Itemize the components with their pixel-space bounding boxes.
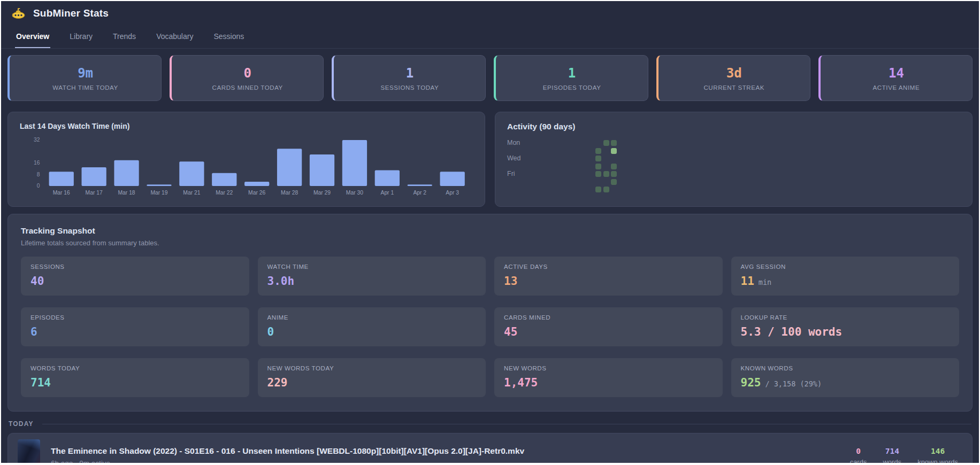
tab-sessions[interactable]: Sessions — [212, 27, 245, 48]
today-divider — [42, 424, 971, 424]
x-axis-label: Mar 18 — [118, 190, 135, 196]
stat-card-label: WATCH TIME TODAY — [52, 84, 118, 91]
stat-card: 9mWATCH TIME TODAY — [7, 55, 162, 101]
chart-bar — [81, 167, 106, 186]
heatmap-row-label: Wed — [507, 155, 520, 161]
y-axis-tick: 32 — [34, 137, 40, 143]
episode-text: The Eminence in Shadow (2022) - S01E16 -… — [51, 446, 839, 463]
x-axis-label: Mar 26 — [248, 190, 265, 196]
tab-trends[interactable]: Trends — [112, 27, 137, 48]
y-axis-tick: 0 — [37, 183, 40, 189]
chart-bar — [440, 172, 465, 186]
chart-bar — [147, 184, 171, 186]
snapshot-tile: SESSIONS40 — [21, 257, 249, 296]
stat-card: 1EPISODES TODAY — [494, 55, 648, 101]
stat-card-value: 9m — [78, 66, 93, 81]
main-content: 9mWATCH TIME TODAY0CARDS MINED TODAY1SES… — [1, 49, 979, 463]
chart-bar — [375, 170, 400, 186]
heatmap-cell — [611, 179, 617, 185]
snapshot-title: Tracking Snapshot — [21, 226, 959, 236]
tab-bar: Overview Library Trends Vocabulary Sessi… — [1, 27, 979, 49]
today-episode-row[interactable]: The Eminence in Shadow (2022) - S01E16 -… — [7, 433, 973, 463]
heatmap-cell — [603, 171, 609, 177]
snapshot-tile-value: 925 — [741, 376, 761, 389]
heatmap-cell — [611, 164, 617, 169]
heatmap-cell — [595, 156, 601, 161]
x-axis-label: Mar 28 — [281, 190, 298, 196]
snapshot-subtitle: Lifetime totals sourced from summary tab… — [21, 239, 959, 247]
activity-title: Activity (90 days) — [507, 122, 960, 131]
snapshot-tile: ACTIVE DAYS13 — [494, 257, 723, 296]
tab-overview[interactable]: Overview — [15, 27, 50, 48]
stat-card-value: 3d — [726, 66, 742, 81]
activity-heatmap: MonWedFri — [507, 140, 960, 196]
chart-bar — [342, 140, 367, 186]
stat-card: 0CARDS MINED TODAY — [170, 55, 324, 101]
episode-mini-stat-label: cards — [850, 458, 867, 463]
chart-bar — [212, 173, 236, 186]
snapshot-tile-value: 11 — [741, 275, 754, 288]
heatmap-row-label: Mon — [507, 140, 520, 146]
panels-row: Last 14 Days Watch Time (min) 081632Mar … — [7, 112, 973, 207]
tab-vocabulary[interactable]: Vocabulary — [155, 27, 194, 48]
y-axis-tick: 16 — [34, 160, 40, 166]
episode-mini-stat-label: known words — [917, 458, 958, 463]
chart-bar — [244, 182, 269, 186]
heatmap-cell — [595, 164, 601, 169]
snapshot-tile-label: ACTIVE DAYS — [504, 264, 713, 270]
snapshot-tile: ANIME0 — [258, 307, 486, 346]
stat-card-value: 0 — [244, 66, 251, 81]
episode-mini-stat-value: 714 — [885, 447, 899, 455]
stat-card: 14ACTIVE ANIME — [818, 55, 973, 101]
snapshot-tile-label: WORDS TODAY — [30, 365, 240, 371]
episode-mini-stat-value: 0 — [856, 447, 861, 455]
snapshot-tile: WORDS TODAY714 — [21, 358, 249, 397]
snapshot-tile-label: ANIME — [267, 314, 477, 321]
y-axis-tick: 8 — [37, 172, 40, 177]
snapshot-tile-value: 45 — [504, 326, 517, 338]
page-title: SubMiner Stats — [33, 7, 109, 19]
episode-mini-stat: 0cards — [850, 447, 867, 463]
snapshot-tile-value: 5.3 / 100 words — [741, 326, 843, 338]
tab-library[interactable]: Library — [68, 27, 94, 48]
x-axis-label: Apr 1 — [381, 190, 394, 196]
snapshot-tile-label: KNOWN WORDS — [741, 365, 950, 371]
heatmap-cell — [603, 187, 609, 192]
x-axis-label: Apr 2 — [413, 190, 426, 196]
snapshot-tile: KNOWN WORDS925/ 3,158 (29%) — [731, 358, 960, 397]
chart-bar — [179, 161, 204, 186]
today-section-label: TODAY — [9, 420, 34, 428]
stat-card-label: CARDS MINED TODAY — [212, 84, 283, 91]
snapshot-tile: WATCH TIME3.0h — [258, 257, 486, 296]
x-axis-label: Mar 22 — [216, 190, 233, 196]
snapshot-tile-label: AVG SESSION — [741, 264, 950, 270]
stat-card-value: 14 — [889, 66, 904, 81]
snapshot-tile: NEW WORDS1,475 — [494, 358, 723, 397]
snapshot-tile: AVG SESSION11min — [731, 257, 960, 296]
stat-card-label: ACTIVE ANIME — [873, 84, 920, 91]
x-axis-label: Apr 3 — [446, 190, 459, 196]
chart-bar — [277, 149, 302, 186]
episode-mini-stat-value: 146 — [931, 447, 945, 455]
heatmap-cell — [595, 148, 601, 154]
snapshot-tile: CARDS MINED45 — [494, 307, 723, 346]
chart-bar — [408, 184, 432, 186]
snapshot-tile-value: 3.0h — [267, 275, 295, 288]
snapshot-tile-value: 0 — [267, 326, 274, 338]
heatmap-row-label: Fri — [507, 170, 515, 177]
snapshot-tile-value: 1,475 — [504, 376, 538, 389]
x-axis-label: Mar 21 — [183, 190, 200, 196]
heatmap-cell — [611, 148, 617, 154]
episode-mini-stat: 146known words — [917, 447, 958, 463]
stat-card: 1SESSIONS TODAY — [332, 55, 486, 101]
today-section-header: TODAY — [9, 420, 971, 428]
watch-time-chart-panel: Last 14 Days Watch Time (min) 081632Mar … — [7, 112, 485, 207]
snapshot-tile-value: 229 — [267, 376, 288, 389]
x-axis-label: Mar 29 — [313, 190, 331, 196]
episode-title: The Eminence in Shadow (2022) - S01E16 -… — [51, 446, 839, 456]
heatmap-cell — [595, 171, 601, 177]
x-axis-label: Mar 17 — [86, 190, 103, 196]
snapshot-tile-label: EPISODES — [30, 314, 240, 321]
heatmap-cell — [603, 140, 609, 146]
x-axis-label: Mar 30 — [346, 190, 363, 196]
